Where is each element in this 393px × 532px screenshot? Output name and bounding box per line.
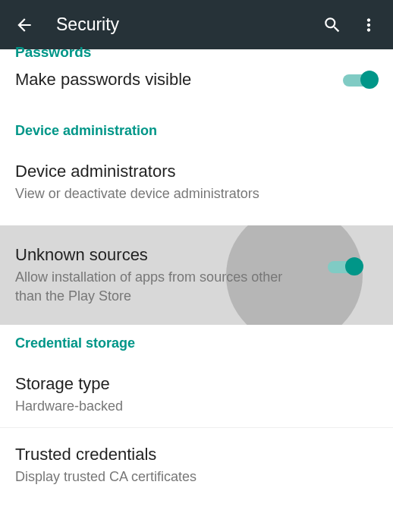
pref-title: Device administrators (15, 162, 378, 181)
section-header-credential-storage: Credential storage (0, 335, 393, 351)
pref-subtitle: Display trusted CA certificates (15, 467, 378, 486)
pref-title: Make passwords visible (15, 70, 317, 90)
pref-storage-type[interactable]: Storage type Hardware-backed (0, 362, 393, 427)
section-header-device-administration: Device administration (0, 123, 393, 139)
switch-thumb (345, 257, 363, 275)
back-button[interactable] (6, 7, 42, 43)
arrow-back-icon (14, 15, 34, 35)
more-vert-icon (359, 15, 379, 35)
toggle-unknown-sources[interactable] (328, 257, 361, 275)
search-icon (322, 15, 342, 35)
pref-device-administrators[interactable]: Device administrators View or deactivate… (0, 150, 393, 215)
pref-make-passwords-visible[interactable]: Make passwords visible (0, 58, 393, 102)
section-header-passwords: Passwords (0, 45, 393, 58)
pref-subtitle: View or deactivate device administrators (15, 184, 378, 203)
search-button[interactable] (314, 7, 351, 43)
app-bar: Security (0, 0, 393, 49)
overflow-button[interactable] (351, 7, 387, 43)
pref-title: Storage type (15, 374, 378, 394)
pref-title: Trusted credentials (15, 445, 378, 464)
pref-unknown-sources[interactable]: Unknown sources Allow installation of ap… (0, 225, 393, 325)
settings-list[interactable]: Passwords Make passwords visible Device … (0, 45, 393, 527)
switch-thumb (360, 71, 379, 89)
toggle-make-passwords-visible[interactable] (343, 71, 376, 89)
pref-trusted-credentials[interactable]: Trusted credentials Display trusted CA c… (0, 428, 393, 498)
pref-title: Unknown sources (15, 245, 284, 265)
page-title: Security (56, 14, 314, 35)
pref-subtitle: Allow installation of apps from sources … (15, 268, 284, 305)
pref-subtitle: Hardware-backed (15, 397, 378, 415)
